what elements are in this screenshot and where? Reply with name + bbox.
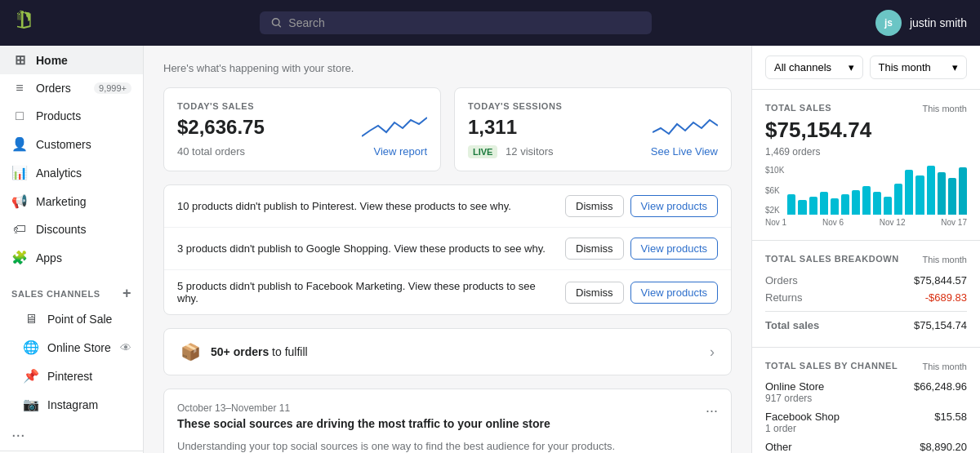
chevron-down-icon: ▾ (849, 61, 854, 73)
today-sales-card: TODAY'S SALES $2,636.75 40 total orders … (163, 87, 441, 171)
sidebar-item-home[interactable]: ⊞ Home (0, 46, 143, 74)
chevron-down-icon-2: ▾ (952, 61, 958, 73)
shopify-logo[interactable] (13, 9, 36, 38)
total-sales-title: TOTAL SALES (765, 103, 831, 113)
total-sales-value: $75,154.74 (765, 118, 967, 143)
returns-breakdown-row: Returns -$689.83 (765, 289, 967, 306)
alert-text-0: 10 products didn't publish to Pinterest.… (177, 200, 559, 212)
orders-breakdown-value: $75,844.57 (914, 274, 967, 286)
sidebar-item-label: Apps (36, 251, 62, 264)
alerts-card: 10 products didn't publish to Pinterest.… (163, 184, 732, 315)
search-icon (271, 17, 282, 29)
panel-controls: All channels ▾ This month ▾ (752, 46, 980, 90)
sidebar-item-marketing[interactable]: 📢 Marketing (0, 187, 143, 215)
insight-body: Understanding your top social sources is… (177, 440, 718, 452)
chart-bar-8 (873, 192, 881, 215)
view-products-button-0[interactable]: View products (630, 195, 718, 217)
sidebar-item-online-store[interactable]: 🌐 Online Store 👁 (0, 333, 143, 362)
breakdown-title: TOTAL SALES BREAKDOWN (765, 254, 899, 264)
chart-y-labels: $10K $6K $2K (765, 166, 784, 215)
sales-by-channel-section: TOTAL SALES BY CHANNEL This month Online… (752, 348, 980, 453)
orders-badge: 9,999+ (94, 82, 131, 94)
alert-row-1: 3 products didn't publish to Google Shop… (164, 228, 731, 270)
channel-name-orders-0: Online Store 917 orders (765, 380, 824, 404)
sidebar-item-label: Customers (36, 138, 91, 151)
sidebar-item-analytics[interactable]: 📊 Analytics (0, 158, 143, 187)
orders-breakdown-label: Orders (765, 274, 798, 286)
page-greeting: Here's what's happening with your store. (163, 62, 732, 74)
chart-bar-5 (841, 194, 849, 215)
main-content: Here's what's happening with your store.… (144, 46, 751, 453)
pinterest-icon: 📌 (23, 368, 39, 384)
chart-bar-16 (959, 167, 967, 215)
avatar[interactable]: js (875, 10, 902, 36)
sidebar-item-label: Marketing (36, 195, 86, 208)
view-products-button-2[interactable]: View products (630, 282, 718, 304)
analytics-icon: 📊 (11, 165, 28, 180)
chevron-right-icon: › (710, 344, 715, 361)
online-store-icon: 🌐 (23, 340, 39, 355)
channel-name-2: Other (765, 441, 812, 453)
total-sales-month: This month (923, 104, 967, 113)
view-products-button-1[interactable]: View products (630, 238, 718, 260)
chart-bars-container (787, 166, 967, 215)
sidebar-item-label: Pinterest (47, 370, 92, 383)
total-sales-section: TOTAL SALES This month $75,154.74 1,469 … (752, 90, 980, 241)
sidebar-item-label: Point of Sale (47, 313, 112, 326)
dismiss-button-1[interactable]: Dismiss (565, 238, 624, 260)
fulfill-icon: 📦 (180, 342, 201, 362)
chart-bar-14 (938, 172, 946, 215)
sidebar-item-products[interactable]: □ Products (0, 102, 143, 130)
more-button[interactable]: ··· (0, 419, 143, 451)
chart-bar-4 (831, 198, 839, 215)
sidebar-item-discounts[interactable]: 🏷 Discounts (0, 215, 143, 243)
channel-item-1: Facebook Shop 1 order $15.58 (765, 411, 967, 434)
eye-icon[interactable]: 👁 (120, 341, 131, 354)
alert-row-0: 10 products didn't publish to Pinterest.… (164, 185, 731, 228)
stats-row: TODAY'S SALES $2,636.75 40 total orders … (163, 87, 732, 171)
right-panel: All channels ▾ This month ▾ TOTAL SALES … (751, 46, 980, 453)
sidebar-item-apps[interactable]: 🧩 Apps (0, 243, 143, 272)
chart-bar-10 (894, 184, 902, 215)
breakdown-month: This month (923, 255, 967, 264)
add-channel-button[interactable]: + (122, 285, 131, 302)
orders-count: 1,469 orders (765, 146, 967, 158)
channel-name-orders-2: Other 551 orders (765, 441, 812, 453)
channel-value-2: $8,890.20 (920, 441, 967, 453)
search-input[interactable] (288, 16, 640, 29)
sidebar-item-instagram[interactable]: 📷 Instagram (0, 390, 143, 419)
sidebar-item-pinterest[interactable]: 📌 Pinterest (0, 362, 143, 390)
sidebar-item-point-of-sale[interactable]: 🖥 Point of Sale (0, 305, 143, 333)
sidebar-item-label: Orders (36, 82, 71, 95)
channel-item-0: Online Store 917 orders $66,248.96 (765, 380, 967, 404)
sidebar: ⊞ Home ≡ Orders 9,999+ □ Products 👤 Cust… (0, 46, 144, 453)
channel-orders-0: 917 orders (765, 393, 824, 404)
sidebar-item-orders[interactable]: ≡ Orders 9,999+ (0, 74, 143, 102)
sidebar-item-customers[interactable]: 👤 Customers (0, 130, 143, 158)
chart-bar-15 (948, 178, 956, 215)
see-live-view-link[interactable]: See Live View (651, 145, 718, 158)
view-report-link[interactable]: View report (373, 145, 427, 158)
dismiss-button-2[interactable]: Dismiss (565, 282, 624, 304)
sidebar-item-label: Instagram (47, 398, 98, 411)
chart-bars (787, 166, 967, 215)
insight-date: October 13–November 11 (177, 402, 550, 414)
total-orders-text: 40 total orders (177, 145, 245, 158)
chart-bar-6 (852, 190, 860, 215)
search-bar[interactable] (260, 11, 652, 34)
channel-name-1: Facebook Shop (765, 411, 840, 423)
chart-area: $10K $6K $2K (765, 166, 967, 215)
dismiss-button-0[interactable]: Dismiss (565, 195, 624, 217)
channel-value-0: $66,248.96 (914, 380, 967, 393)
fulfill-card[interactable]: 📦 50+ orders to fulfill › (163, 328, 732, 375)
all-channels-dropdown[interactable]: All channels ▾ (765, 56, 863, 79)
channel-name-0: Online Store (765, 380, 824, 393)
chart-bar-2 (809, 197, 817, 215)
live-visitors-text: LIVE 12 visitors (468, 145, 554, 158)
by-channel-month: This month (923, 362, 967, 371)
sessions-spark-chart (653, 108, 718, 144)
this-month-dropdown[interactable]: This month ▾ (870, 56, 968, 79)
more-options-icon[interactable]: ··· (706, 402, 718, 420)
sidebar-item-label: Online Store (47, 341, 111, 354)
apps-icon: 🧩 (11, 250, 28, 265)
